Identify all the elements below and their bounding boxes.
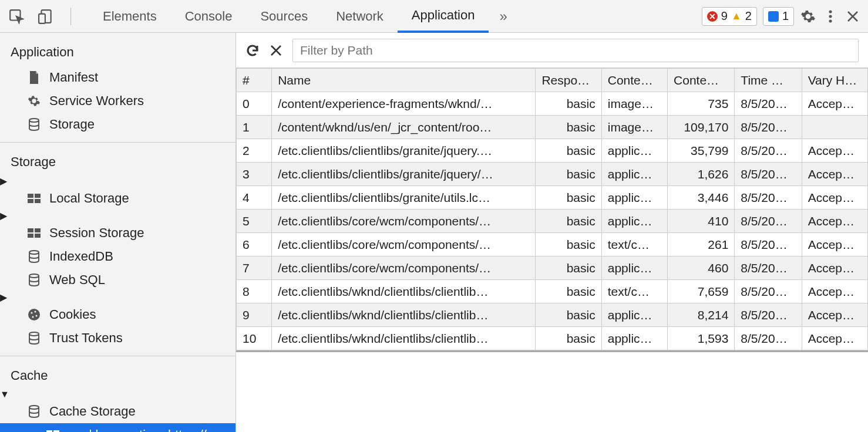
sidebar-item-label: Cache Storage xyxy=(49,404,136,419)
issues-badge[interactable]: 1 xyxy=(763,7,794,26)
column-header[interactable]: Time … xyxy=(735,69,802,92)
tab-application[interactable]: Application xyxy=(398,0,489,33)
sidebar-item-web-sql[interactable]: Web SQL xyxy=(0,268,235,292)
cell-i: 5 xyxy=(237,210,272,233)
tab-network[interactable]: Network xyxy=(322,0,398,32)
cell-clen: 460 xyxy=(668,256,735,280)
cell-ctype: applic… xyxy=(601,186,667,210)
table-row[interactable]: 5/etc.clientlibs/core/wcm/components/…ba… xyxy=(237,210,868,233)
clear-icon[interactable] xyxy=(270,45,282,56)
cell-time: 8/5/20… xyxy=(735,92,802,116)
toolbar-right: ✕ 9 ▲ 2 1 xyxy=(702,7,868,26)
tab-console[interactable]: Console xyxy=(171,0,247,32)
sidebar-section-title: Application xyxy=(0,33,235,66)
cell-name: /etc.clientlibs/wknd/clientlibs/clientli… xyxy=(272,280,536,303)
sidebar-item-workbox-runtime-https-pu[interactable]: workbox-runtime-https://pu xyxy=(0,423,235,432)
sidebar-item-local-storage[interactable]: Local Storage xyxy=(0,187,235,210)
sidebar-item-cookies[interactable]: Cookies xyxy=(0,303,235,326)
sidebar-section-title: Cache xyxy=(0,356,235,389)
cell-clen: 7,659 xyxy=(668,280,735,303)
issue-icon xyxy=(768,11,779,22)
table-row[interactable]: 3/etc.clientlibs/clientlibs/granite/jque… xyxy=(237,163,868,186)
cache-preview-pane xyxy=(236,352,868,432)
cell-resp: basic xyxy=(536,210,601,233)
sidebar-item-session-storage[interactable]: Session Storage xyxy=(0,221,235,245)
sidebar-item-indexeddb[interactable]: IndexedDB xyxy=(0,245,235,268)
cell-clen: 410 xyxy=(668,210,735,233)
svg-point-21 xyxy=(32,316,34,318)
cell-name: /etc.clientlibs/clientlibs/granite/jquer… xyxy=(272,139,536,163)
error-count: 9 xyxy=(721,9,728,23)
svg-point-19 xyxy=(35,311,36,313)
errors-warnings-badge[interactable]: ✕ 9 ▲ 2 xyxy=(702,7,757,26)
sidebar-item-label: Web SQL xyxy=(49,272,105,288)
more-menu-icon[interactable] xyxy=(822,8,839,25)
svg-rect-12 xyxy=(35,228,41,232)
tab-elements[interactable]: Elements xyxy=(89,0,171,32)
db-icon xyxy=(27,250,41,263)
expand-toggle-icon[interactable]: ▼ xyxy=(0,389,9,399)
cache-table-scroll[interactable]: #NameRespo…Conte…Conte…Time …Vary H… 0/c… xyxy=(236,68,868,352)
sidebar-item-service-workers[interactable]: Service Workers xyxy=(0,89,235,113)
cell-name: /etc.clientlibs/core/wcm/components/… xyxy=(272,233,536,256)
sidebar-item-manifest[interactable]: Manifest xyxy=(0,66,235,89)
table-row[interactable]: 10/etc.clientlibs/wknd/clientlibs/client… xyxy=(237,327,868,350)
tab-sources[interactable]: Sources xyxy=(246,0,322,32)
error-icon: ✕ xyxy=(707,11,718,22)
devtools-tabs: Elements Console Sources Network Applica… xyxy=(89,0,489,32)
cell-resp: basic xyxy=(536,256,601,280)
sidebar-item-storage[interactable]: Storage xyxy=(0,113,235,136)
column-header[interactable]: Respo… xyxy=(536,69,601,92)
tabs-overflow-icon[interactable]: » xyxy=(489,8,517,25)
table-row[interactable]: 2/etc.clientlibs/clientlibs/granite/jque… xyxy=(237,139,868,163)
cell-time: 8/5/20… xyxy=(735,116,802,139)
cache-storage-content: #NameRespo…Conte…Conte…Time …Vary H… 0/c… xyxy=(235,33,868,432)
table-row[interactable]: 1/content/wknd/us/en/_jcr_content/roo…ba… xyxy=(237,116,868,139)
column-header[interactable]: Conte… xyxy=(668,69,735,92)
cell-i: 9 xyxy=(237,303,272,327)
cell-time: 8/5/20… xyxy=(735,256,802,280)
expand-toggle-icon[interactable]: ▶ xyxy=(0,176,7,186)
cell-time: 8/5/20… xyxy=(735,327,802,350)
table-row[interactable]: 0/content/experience-fragments/wknd/…bas… xyxy=(237,92,868,116)
filter-input[interactable] xyxy=(292,39,859,62)
settings-gear-icon[interactable] xyxy=(800,8,816,25)
cell-clen: 1,593 xyxy=(668,327,735,350)
cell-ctype: image… xyxy=(601,116,667,139)
sidebar-section-title: Storage xyxy=(0,143,235,176)
table-row[interactable]: 4/etc.clientlibs/clientlibs/granite/util… xyxy=(237,186,868,210)
table-row[interactable]: 6/etc.clientlibs/core/wcm/components/…ba… xyxy=(237,233,868,256)
expand-toggle-icon[interactable]: ▶ xyxy=(0,211,7,221)
column-header[interactable]: # xyxy=(237,69,272,92)
cell-clen: 735 xyxy=(668,92,735,116)
db-icon xyxy=(27,274,41,286)
expand-toggle-icon[interactable]: ▶ xyxy=(0,292,7,302)
device-toggle-icon[interactable] xyxy=(38,8,54,25)
cell-clen: 8,214 xyxy=(668,303,735,327)
cell-name: /etc.clientlibs/clientlibs/granite/jquer… xyxy=(272,163,536,186)
table-row[interactable]: 9/etc.clientlibs/wknd/clientlibs/clientl… xyxy=(237,303,868,327)
sidebar-item-label: Storage xyxy=(49,117,95,132)
column-header[interactable]: Vary H… xyxy=(802,69,867,92)
refresh-icon[interactable] xyxy=(245,43,260,58)
svg-point-22 xyxy=(29,332,39,336)
sidebar-item-label: workbox-runtime-https://pu xyxy=(68,427,221,432)
cell-i: 0 xyxy=(237,92,272,116)
table-row[interactable]: 8/etc.clientlibs/wknd/clientlibs/clientl… xyxy=(237,280,868,303)
sidebar-item-trust-tokens[interactable]: Trust Tokens xyxy=(0,326,235,350)
toolbar-left xyxy=(0,8,83,25)
close-devtools-icon[interactable] xyxy=(845,8,861,25)
column-header[interactable]: Name xyxy=(272,69,536,92)
cell-resp: basic xyxy=(536,233,601,256)
svg-rect-10 xyxy=(35,199,41,203)
column-header[interactable]: Conte… xyxy=(601,69,667,92)
cell-resp: basic xyxy=(536,303,601,327)
inspect-icon[interactable] xyxy=(8,8,25,25)
cell-vary: Accep… xyxy=(802,303,867,327)
table-row[interactable]: 7/etc.clientlibs/core/wcm/components/…ba… xyxy=(237,256,868,280)
svg-rect-13 xyxy=(28,234,33,238)
sidebar-item-cache-storage[interactable]: Cache Storage xyxy=(0,400,235,423)
cell-clen: 3,446 xyxy=(668,186,735,210)
cell-ctype: text/c… xyxy=(601,280,667,303)
grid-icon xyxy=(27,228,41,238)
